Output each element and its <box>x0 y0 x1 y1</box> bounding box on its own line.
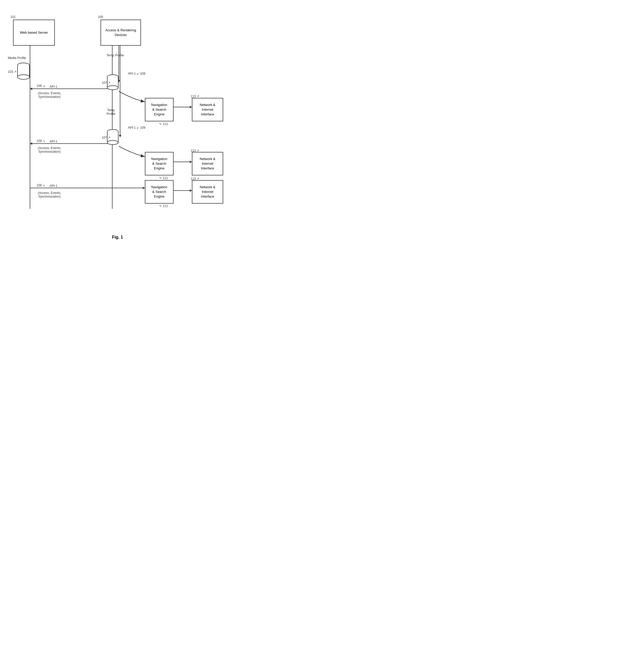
ref-109-2: 109 ↘ <box>37 139 45 143</box>
ref-109-1: 109 ↘ <box>37 84 45 88</box>
svg-point-36 <box>107 140 118 145</box>
access-devices-box: Access & Rendering Devices <box>100 20 141 46</box>
access-events-2: (Access, Events,Synchonization) <box>38 146 61 154</box>
ref-109-2r: API-1 ↙ 109 <box>128 126 145 130</box>
media-profile-label: Media Profile <box>8 56 26 60</box>
svg-marker-3 <box>30 88 32 90</box>
network-1-box: Network &InternetInterface <box>192 98 223 121</box>
ref-111-2: ↖ 111 <box>159 176 168 180</box>
ref-113-1: 113 ↗ <box>190 94 199 98</box>
ref-103: 103 ↗ <box>8 70 17 74</box>
fig-title: Fig. 1 <box>112 235 123 239</box>
figure-caption: Fig. 1 <box>0 235 235 245</box>
api1-label-2: API-1 <box>50 140 58 143</box>
ref-109-1r: API-1 ↙ 109 <box>128 72 145 75</box>
network-2-box: Network &InternetInterface <box>192 152 223 175</box>
api1-label-3: API-1 <box>50 184 58 188</box>
ref-105: 105 <box>98 15 103 19</box>
access-events-3: (Access, Events,Synchonization) <box>38 191 61 198</box>
network-3-box: Network &InternetInterface <box>192 180 223 204</box>
ref-111-3: ↖ 111 <box>159 204 168 208</box>
ref-101: 101 <box>10 15 16 19</box>
diagram: 101 Web based Server 105 Access & Render… <box>0 5 235 232</box>
nav-search-1-box: Navigation& SearchEngine <box>145 98 174 121</box>
ref-107-2: 107 ↗ <box>102 136 110 139</box>
ref-107-1: 107 ↗ <box>102 81 110 85</box>
network-1-label: Network &InternetInterface <box>200 102 215 117</box>
network-2-label: Network &InternetInterface <box>200 157 215 171</box>
api1-label-1: API-1 <box>50 85 58 89</box>
nav-search-3-label: Navigation& SearchEngine <box>151 185 167 199</box>
svg-marker-5 <box>190 106 192 108</box>
network-3-label: Network &InternetInterface <box>200 185 215 199</box>
svg-marker-13 <box>143 187 145 189</box>
nav-search-2-box: Navigation& SearchEngine <box>145 152 174 175</box>
media-profile-cylinder <box>17 63 30 81</box>
access-devices-label: Access & Rendering Devices <box>101 28 140 37</box>
nav-search-3-box: Navigation& SearchEngine <box>145 180 174 204</box>
nav-search-1-label: Navigation& SearchEngine <box>151 102 167 117</box>
temp-profile-2-label: TempProfile <box>107 108 115 116</box>
svg-point-26 <box>18 75 29 79</box>
access-events-1: (Access, Events,Synchonization) <box>38 91 61 99</box>
web-server-box: Web based Server <box>13 20 55 46</box>
web-server-label: Web based Server <box>20 30 48 35</box>
svg-point-31 <box>107 86 118 90</box>
temp-profile-1-label: Temp Profile <box>107 53 124 57</box>
svg-marker-20 <box>119 135 121 137</box>
svg-marker-8 <box>30 142 32 145</box>
ref-109-3: 109 ↘ <box>37 184 45 187</box>
nav-search-2-label: Navigation& SearchEngine <box>151 157 167 171</box>
svg-marker-15 <box>190 189 192 192</box>
ref-111-1: ↖ 111 <box>159 122 168 126</box>
svg-marker-10 <box>190 161 192 163</box>
